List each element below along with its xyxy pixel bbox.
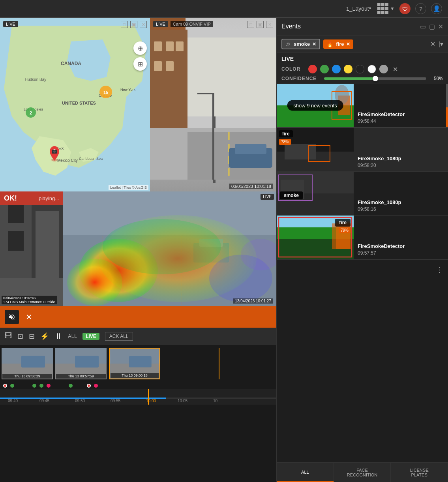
maximize-button[interactable]: ▣ (130, 21, 137, 28)
color-row: COLOR ✕ (281, 65, 443, 73)
event-item-2[interactable]: fire 78% FireSmoke_1080p 09:58:20 (277, 128, 448, 172)
event-item-4[interactable]: fire 79% FireSmokeDetector 09:57:57 (277, 216, 448, 259)
orange-alert-bar: ✕ (0, 306, 276, 328)
time-label-7: 10 (213, 399, 217, 403)
event-info-2: FireSmoke_1080p 09:58:20 (354, 128, 448, 171)
map-container[interactable]: CANADA UNITED STATES Hudson Bay MEX Mexi… (0, 18, 150, 191)
events-minimize-icon[interactable]: ▭ (420, 23, 426, 30)
selection-icon[interactable]: ⊟ (29, 332, 35, 341)
time-label-1: 09:40 (8, 399, 18, 403)
map-controls: ⊕ ⊞ (133, 41, 147, 71)
map-scene: CANADA UNITED STATES Hudson Bay MEX Mexi… (0, 18, 150, 191)
dot-cam4-red (87, 384, 91, 388)
cam-close-button[interactable]: ✕ (266, 21, 273, 28)
status-playing-text: playing... (39, 195, 59, 201)
cam-maximize-button[interactable]: ▣ (257, 21, 264, 28)
time-cursor (148, 389, 149, 405)
event-item-1[interactable]: show 9 new events FireSmokeDetector 09:5… (277, 84, 448, 128)
color-red[interactable] (308, 65, 317, 73)
svg-text:Mexico City: Mexico City (57, 158, 78, 163)
locate-button[interactable]: ⊕ (133, 41, 147, 55)
cam-minimize-button[interactable]: □ (247, 21, 254, 28)
minimize-button[interactable]: □ (121, 21, 128, 28)
shield-icon[interactable]: 🛡 (399, 3, 411, 14)
filter-bar: smoke ✕ 🔥 fire ✕ ✕ |▾ (277, 36, 448, 53)
top-nav: 1_Layout* ▼ 🛡 ? 👤 (0, 0, 448, 18)
confidence-fill (324, 77, 375, 80)
event-info-4: FireSmokeDetector 09:57:57 (354, 216, 448, 259)
scrollbar-indicator[interactable] (446, 84, 448, 107)
grid-layout-button[interactable]: ▼ (377, 3, 395, 14)
event-thumb-4: fire 79% (277, 216, 354, 259)
video-top-row: CANADA UNITED STATES Hudson Bay MEX Mexi… (0, 18, 276, 191)
svg-text:CANADA: CANADA (61, 61, 81, 66)
dot-cam3-green (69, 384, 73, 388)
svg-rect-22 (166, 41, 174, 51)
fire-filter-tag[interactable]: 🔥 fire ✕ (323, 39, 353, 49)
smoke-tag-remove[interactable]: ✕ (312, 41, 316, 47)
small-camera[interactable]: 03/04/2023 10:02:46 174 CMS Main Entranc… (0, 191, 63, 306)
map-live-badge: LIVE (3, 21, 18, 27)
crop-icon[interactable]: ⊡ (17, 332, 23, 341)
event-cam-name-3: FireSmoke_1080p (358, 199, 444, 205)
color-yellow[interactable] (344, 65, 352, 73)
bottom-tabs: ALL FACE RECOGNITION LICENSE PLATES (277, 462, 448, 482)
svg-point-17 (53, 150, 56, 153)
color-green[interactable] (320, 65, 329, 73)
event-cam-name-1: FireSmokeDetector (358, 111, 444, 117)
events-close-icon[interactable]: ✕ (438, 23, 443, 30)
more-events-row: ⋮ (277, 259, 448, 279)
svg-rect-25 (166, 61, 174, 71)
event-confidence-4: 79% (339, 227, 351, 233)
tab-license-plates[interactable]: LICENSE PLATES (391, 463, 448, 482)
main-area: CANADA UNITED STATES Hudson Bay MEX Mexi… (0, 18, 448, 482)
color-white[interactable] (367, 65, 376, 73)
pause-button[interactable]: ⏸ (54, 332, 62, 341)
thumbnail-1[interactable]: Thu 13 09:56:29 (2, 348, 53, 379)
left-panel: CANADA UNITED STATES Hudson Bay MEX Mexi… (0, 18, 276, 482)
camera-top-right[interactable]: LIVE Cam 09 ONVIF VIP 03/01/2023 10:01:1… (150, 18, 276, 191)
confidence-value: 50% (429, 76, 443, 81)
ack-all-button[interactable]: ACK ALL (105, 332, 133, 341)
thumbnail-3[interactable]: Thu 13 09:00:18 (109, 348, 160, 379)
color-black[interactable] (356, 65, 364, 73)
tab-face-recognition[interactable]: FACE RECOGNITION (334, 463, 391, 482)
heatmap-large[interactable]: LIVE 13/04/2023 10:01:27 (63, 191, 276, 306)
svg-point-53 (103, 219, 221, 274)
filter-dropdown-button[interactable]: |▾ (439, 40, 443, 48)
confidence-slider[interactable] (324, 77, 426, 80)
color-blue[interactable] (332, 65, 341, 73)
events-title: Events (281, 23, 417, 30)
orange-bar-close[interactable]: ✕ (23, 311, 35, 323)
svg-text:New York: New York (120, 88, 136, 92)
mute-button[interactable] (5, 310, 19, 324)
event-cam-name-2: FireSmoke_1080p (358, 156, 444, 161)
filter-clear-button[interactable]: ✕ (430, 40, 435, 48)
heatmap-live-badge: LIVE (261, 194, 274, 200)
street-scene (150, 18, 276, 191)
color-gray[interactable] (379, 65, 388, 73)
more-options-icon[interactable]: ⋮ (436, 265, 443, 274)
confidence-thumb[interactable] (373, 76, 378, 81)
film-strip-icon[interactable]: 🎞 (5, 332, 12, 340)
events-panel: Events ▭ ▢ ✕ smoke ✕ 🔥 fire ✕ ✕ |▾ (276, 18, 448, 482)
fire-tag-remove[interactable]: ✕ (346, 41, 350, 47)
color-clear-button[interactable]: ✕ (393, 66, 398, 73)
help-icon[interactable]: ? (415, 3, 426, 14)
events-maximize-icon[interactable]: ▢ (429, 23, 435, 30)
close-button[interactable]: ✕ (140, 21, 147, 28)
thumbnail-2[interactable]: Thu 13 09:57:59 (55, 348, 107, 379)
smoke-filter-tag[interactable]: smoke ✕ (281, 39, 320, 49)
events-list[interactable]: show 9 new events FireSmokeDetector 09:5… (277, 84, 448, 462)
confidence-row: CONFIDENCE 50% (281, 76, 443, 81)
cam-name-label: Cam 09 ONVIF VIP (171, 21, 213, 27)
new-events-banner[interactable]: show 9 new events (287, 100, 343, 111)
analytics-icon[interactable]: ⚡ (40, 332, 49, 341)
event-tag-smoke-3: smoke (280, 191, 303, 199)
tab-all[interactable]: ALL (277, 463, 334, 482)
map-view-button[interactable]: ⊞ (133, 57, 147, 71)
dot-cam2-green2 (39, 384, 43, 388)
user-icon[interactable]: 👤 (431, 3, 442, 14)
event-item-3[interactable]: smoke FireSmoke_1080p 09:58:16 (277, 172, 448, 216)
timeline-live-badge[interactable]: LIVE (82, 333, 99, 340)
